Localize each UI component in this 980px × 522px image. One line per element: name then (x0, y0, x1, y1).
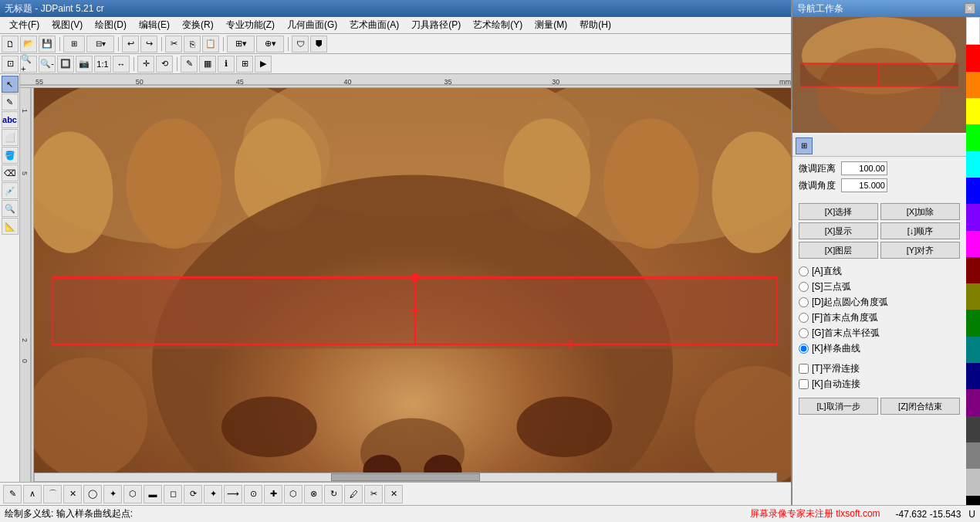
draw-mode-button[interactable]: ✎ (181, 56, 198, 73)
animate-button[interactable]: ▶ (255, 56, 272, 73)
camera-button[interactable]: 📷 (76, 56, 93, 73)
color-cell-13[interactable] (966, 363, 980, 389)
bottom-btn-check[interactable]: ◻ (164, 485, 182, 503)
undo-button[interactable]: ↩ (122, 36, 139, 53)
color-cell-15[interactable] (966, 416, 980, 442)
bottom-btn-circle[interactable]: ◯ (83, 485, 102, 503)
select-all-button[interactable]: ⊞ (63, 36, 85, 53)
color-cell-1[interactable] (966, 45, 980, 71)
open-button[interactable]: 📂 (20, 36, 37, 53)
shape-fill-btn[interactable]: ⬜ (2, 129, 19, 146)
bottom-btn-arc[interactable]: ⌒ (43, 485, 62, 503)
radio-spline[interactable] (799, 344, 809, 354)
draw-tool-btn[interactable]: ✎ (2, 93, 19, 110)
bottom-btn-target[interactable]: ⊙ (244, 485, 262, 503)
color-cell-17[interactable] (966, 469, 980, 495)
menu-item-a[interactable]: 艺术曲面(A) (343, 17, 405, 33)
scroll-thumb[interactable] (331, 473, 479, 481)
bottom-btn-plus[interactable]: ✚ (264, 485, 282, 503)
check-smooth[interactable] (799, 364, 809, 374)
shield1-button[interactable]: 🛡 (292, 36, 309, 53)
bottom-btn-draw-line[interactable]: ✎ (3, 485, 22, 503)
color-cell-6[interactable] (966, 178, 980, 204)
bottom-btn-arrow2[interactable]: ⟿ (224, 485, 242, 503)
panel-btn-add-remove[interactable]: [X]加除 (880, 203, 960, 220)
menu-item-z[interactable]: 专业功能(Z) (220, 17, 281, 33)
menu-item-p[interactable]: 刀具路径(P) (405, 17, 467, 33)
bottom-btn-cancel[interactable]: ⊗ (304, 485, 323, 503)
bottom-btn-star[interactable]: ✦ (103, 485, 122, 503)
radio-arc-radius[interactable] (799, 328, 809, 338)
color-cell-12[interactable] (966, 337, 980, 363)
move-button[interactable]: ✛ (137, 56, 154, 73)
radio-arc3[interactable] (799, 282, 809, 292)
bottom-btn-cross[interactable]: ✕ (63, 485, 82, 503)
color-cell-16[interactable] (966, 442, 980, 469)
action-btn-close-end[interactable]: [Z]闭合结束 (880, 398, 960, 415)
select2-button[interactable]: ⊟▾ (86, 36, 114, 53)
zoom-in-button[interactable]: 🔍+ (20, 56, 37, 73)
menu-item-e[interactable]: 编辑(E) (133, 17, 176, 33)
zoom-sel-button[interactable]: 🔲 (57, 56, 74, 73)
text-tool-btn[interactable]: abc (2, 111, 19, 128)
zoom-pan-button[interactable]: ↔ (113, 56, 130, 73)
menu-item-g[interactable]: 几何曲面(G) (281, 17, 343, 33)
zoom-fit-button[interactable]: ⊡ (2, 56, 19, 73)
bottom-btn-hex[interactable]: ⬡ (123, 485, 142, 503)
layers-button[interactable]: ▦ (199, 56, 216, 73)
paint-bucket-btn[interactable]: 🪣 (2, 147, 19, 164)
snap-button[interactable]: ⊕▾ (256, 36, 284, 53)
eraser-btn[interactable]: ⌫ (2, 164, 19, 181)
paste-button[interactable]: 📋 (202, 36, 219, 53)
distance-input[interactable] (841, 161, 887, 175)
new-button[interactable]: 🗋 (2, 36, 19, 53)
color-cell-14[interactable] (966, 389, 980, 415)
bottom-btn-rect[interactable]: ▬ (144, 485, 162, 503)
save-button[interactable]: 💾 (39, 36, 56, 53)
panel-btn-select[interactable]: [X]选择 (799, 203, 878, 220)
check-auto[interactable] (799, 379, 809, 389)
info-button[interactable]: ℹ (218, 56, 235, 73)
color-cell-2[interactable] (966, 72, 980, 98)
menu-item-y[interactable]: 艺术绘制(Y) (467, 17, 529, 33)
layout-button[interactable]: ⊞ (236, 56, 253, 73)
menu-item-d[interactable]: 绘图(D) (89, 17, 133, 33)
eyedropper-btn[interactable]: 💉 (2, 182, 19, 199)
cut-button[interactable]: ✂ (165, 36, 182, 53)
bottom-btn-arrow[interactable]: ∧ (23, 485, 42, 503)
measure-btn[interactable]: 📐 (2, 218, 19, 235)
color-cell-8[interactable] (966, 231, 980, 257)
bottom-btn-pen[interactable]: 🖊 (344, 485, 363, 503)
bottom-btn-poly[interactable]: ✦ (204, 485, 222, 503)
redo-button[interactable]: ↪ (140, 36, 157, 53)
menu-item-v[interactable]: 视图(V) (46, 17, 89, 33)
bottom-btn-redo[interactable]: ↻ (324, 485, 343, 503)
canvas-area[interactable] (34, 88, 791, 505)
color-cell-7[interactable] (966, 204, 980, 230)
radio-arc-angle[interactable] (799, 297, 809, 307)
color-cell-5[interactable] (966, 151, 980, 178)
color-cell-10[interactable] (966, 283, 980, 310)
action-btn-undo-step[interactable]: [L]取消一步 (799, 398, 878, 415)
color-cell-0[interactable] (966, 17, 980, 45)
panel-btn-order[interactable]: [↓]顺序 (880, 222, 960, 239)
panel-btn-layer[interactable]: [X]图层 (799, 242, 878, 259)
horizontal-scrollbar[interactable] (34, 473, 777, 482)
color-cell-4[interactable] (966, 124, 980, 151)
menu-item-r[interactable]: 变换(R) (176, 17, 220, 33)
menu-item-m[interactable]: 测量(M) (529, 17, 573, 33)
bottom-btn-delete[interactable]: ✕ (384, 485, 403, 503)
copy-button[interactable]: ⎘ (184, 36, 201, 53)
color-cell-9[interactable] (966, 257, 980, 283)
bottom-btn-rotate[interactable]: ⟳ (184, 485, 202, 503)
zoom-tool-btn[interactable]: 🔍 (2, 200, 19, 217)
angle-input[interactable] (841, 178, 887, 192)
color-cell-11[interactable] (966, 310, 980, 336)
select-tool-btn[interactable]: ↖ (2, 76, 19, 93)
zoom-out-button[interactable]: 🔍- (39, 56, 56, 73)
nav-close-button[interactable]: ✕ (965, 3, 975, 14)
panel-btn-display[interactable]: [X]显示 (799, 222, 878, 239)
nav-icon-grid[interactable]: ⊞ (796, 137, 813, 154)
panel-btn-align[interactable]: [Y]对齐 (880, 242, 960, 259)
zoom-100-button[interactable]: 1:1 (94, 56, 111, 73)
